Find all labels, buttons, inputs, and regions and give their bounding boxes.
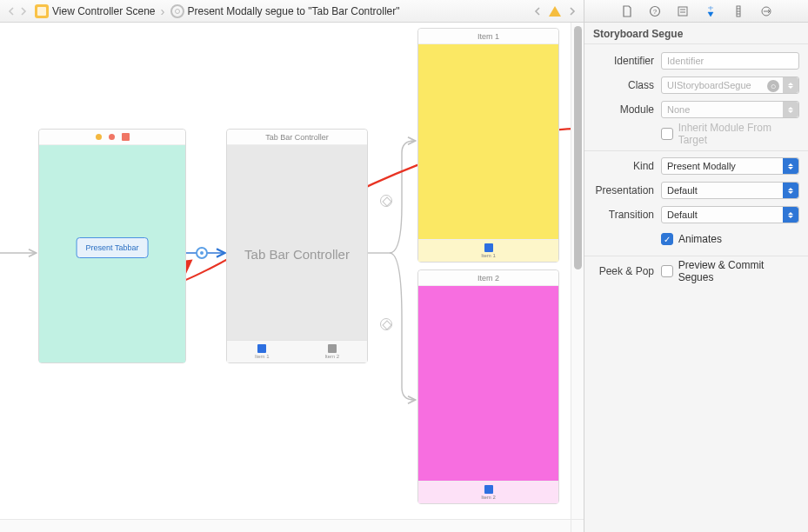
- scene-title: Item 2: [418, 270, 558, 286]
- tab-bar: Item 1 Item 2: [227, 340, 367, 362]
- tab-label: Item 2: [324, 354, 339, 359]
- chevron-updown-icon: [783, 207, 798, 223]
- animates-checkbox[interactable]: ✓: [661, 233, 673, 245]
- back-history-button[interactable]: [5, 5, 17, 17]
- breadcrumb-item-scene[interactable]: View Controller Scene: [33, 0, 157, 22]
- quick-help-tab[interactable]: ?: [648, 4, 662, 18]
- module-combobox[interactable]: None: [661, 101, 799, 118]
- label-module: Module: [593, 103, 661, 116]
- identifier-field[interactable]: [661, 52, 799, 70]
- scene-title: Tab Bar Controller: [227, 130, 367, 145]
- separator: [584, 150, 808, 151]
- label-presentation: Presentation: [593, 184, 661, 196]
- label-identifier: Identifier: [593, 55, 661, 67]
- breadcrumb-label: View Controller Scene: [52, 5, 156, 17]
- item1-scene[interactable]: Item 1 Item 1: [417, 28, 559, 263]
- tab-item-1: Item 1: [227, 341, 297, 362]
- transition-value: Default: [667, 209, 698, 220]
- tab-bar: Item 1: [418, 239, 558, 262]
- module-value: None: [667, 104, 690, 115]
- view-body: [418, 286, 558, 481]
- forward-history-button[interactable]: [17, 5, 30, 17]
- identity-inspector-tab[interactable]: [676, 4, 690, 18]
- vertical-scrollbar[interactable]: [571, 23, 584, 532]
- present-tabbar-button[interactable]: Present Tabbar: [77, 237, 149, 258]
- presentation-value: Default: [667, 185, 698, 196]
- inspector-section-header: Storyboard Segue: [584, 23, 808, 44]
- storyboard-canvas[interactable]: Present Tabbar Tab Bar Controller Tab Ba…: [0, 23, 584, 532]
- tab-item-2: Item 2: [297, 341, 368, 362]
- inspector-panel: ? Storyboard Segue Identifier Class UISt…: [584, 0, 808, 532]
- tab-label: Item 2: [481, 495, 496, 500]
- segue-icon: [170, 4, 184, 18]
- inherit-module-checkbox[interactable]: [661, 128, 673, 140]
- clear-icon[interactable]: ○: [767, 80, 779, 92]
- chevron-updown-icon: [783, 102, 798, 117]
- item2-scene[interactable]: Item 2 Item 2: [417, 269, 559, 504]
- animates-label: Animates: [678, 233, 722, 245]
- tab-label: Item 1: [255, 354, 270, 359]
- label-transition: Transition: [593, 209, 661, 221]
- size-inspector-tab[interactable]: [731, 4, 745, 18]
- file-inspector-tab[interactable]: [620, 4, 634, 18]
- square-icon: [328, 344, 337, 353]
- kind-popup[interactable]: Present Modally: [661, 157, 799, 175]
- svg-rect-4: [678, 7, 687, 16]
- segue-marker[interactable]: [196, 247, 208, 259]
- square-icon: [484, 485, 493, 494]
- presentation-popup[interactable]: Default: [661, 182, 799, 199]
- separator: [584, 256, 808, 256]
- label-peekpop: Peek & Pop: [593, 265, 661, 277]
- relationship-segue-node[interactable]: [380, 195, 392, 207]
- chevron-updown-icon: [783, 158, 798, 174]
- square-icon: [484, 243, 493, 252]
- scene-titlebar: [39, 130, 185, 145]
- attributes-inspector-tab[interactable]: [704, 4, 718, 18]
- view-controller-scene[interactable]: Present Tabbar: [38, 129, 186, 363]
- relationship-segue-node[interactable]: [380, 318, 392, 330]
- chevron-right-icon: ›: [157, 3, 169, 18]
- preview-commit-label: Preview & Commit Segues: [678, 259, 799, 283]
- square-icon: [257, 344, 266, 353]
- scene-title: Item 1: [418, 29, 558, 44]
- inspector-form: Identifier Class UIStoryboardSegue ○ Mod…: [584, 44, 808, 289]
- class-combobox[interactable]: UIStoryboardSegue ○: [661, 76, 799, 94]
- tbc-placeholder-text: Tab Bar Controller: [244, 247, 350, 262]
- inspector-tab-bar: ?: [584, 0, 808, 23]
- tab-bar-controller-scene[interactable]: Tab Bar Controller Tab Bar Controller It…: [226, 129, 368, 363]
- preview-commit-checkbox[interactable]: [661, 265, 673, 277]
- svg-text:?: ?: [652, 8, 657, 16]
- scroll-corner: [571, 519, 584, 532]
- scrollbar-thumb[interactable]: [574, 26, 582, 269]
- label-class: Class: [593, 79, 661, 91]
- breadcrumb-label: Present Modally segue to "Tab Bar Contro…: [188, 5, 400, 17]
- next-item-button[interactable]: [566, 5, 578, 17]
- chevron-updown-icon: [783, 77, 798, 93]
- tab-label: Item 1: [481, 253, 496, 258]
- prev-item-button[interactable]: [531, 5, 544, 17]
- class-value: UIStoryboardSegue: [667, 80, 751, 90]
- warning-icon[interactable]: [549, 6, 561, 17]
- transition-popup[interactable]: Default: [661, 206, 799, 223]
- tab-bar: Item 2: [418, 481, 558, 503]
- horizontal-scrollbar[interactable]: [0, 519, 571, 532]
- inherit-module-label: Inherit Module From Target: [678, 122, 799, 146]
- chevron-updown-icon: [783, 183, 798, 198]
- breadcrumb-item-segue[interactable]: Present Modally segue to "Tab Bar Contro…: [169, 0, 402, 22]
- label-kind: Kind: [593, 160, 661, 172]
- view-body: [418, 44, 558, 239]
- kind-value: Present Modally: [667, 161, 736, 171]
- storyboard-icon: [35, 4, 49, 18]
- jump-bar: View Controller Scene › Present Modally …: [0, 0, 584, 23]
- connections-inspector-tab[interactable]: [759, 4, 773, 18]
